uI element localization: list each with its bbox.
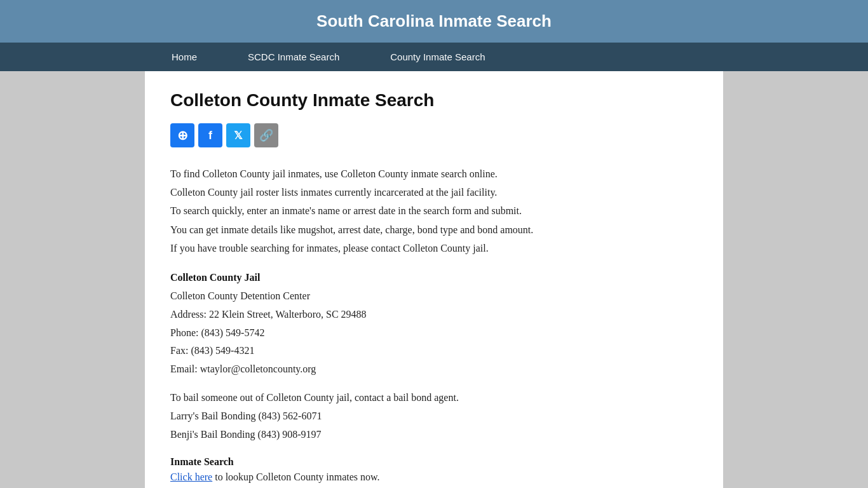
desc-line2: Colleton County jail roster lists inmate… — [170, 184, 698, 201]
inmate-search-text: Click here to lookup Colleton County inm… — [170, 471, 698, 483]
desc-line1: To find Colleton County jail inmates, us… — [170, 165, 698, 182]
site-title: South Carolina Inmate Search — [316, 11, 552, 30]
twitter-button[interactable]: 𝕏 — [226, 123, 250, 147]
jail-fax: Fax: (843) 549-4321 — [170, 342, 698, 360]
jail-address: Address: 22 Klein Street, Walterboro, SC… — [170, 306, 698, 324]
desc-line5: If you have trouble searching for inmate… — [170, 240, 698, 257]
jail-phone: Phone: (843) 549-5742 — [170, 324, 698, 342]
description: To find Colleton County jail inmates, us… — [170, 165, 698, 257]
content-wrapper: Colleton County Inmate Search ⊕ f 𝕏 🔗 To… — [145, 71, 723, 488]
desc-line3: To search quickly, enter an inmate's nam… — [170, 202, 698, 219]
inmate-search-suffix: to lookup Colleton County inmates now. — [212, 471, 379, 482]
share-button[interactable]: ⊕ — [170, 123, 194, 147]
facebook-button[interactable]: f — [198, 123, 222, 147]
copy-link-button[interactable]: 🔗 — [254, 123, 278, 147]
bail-agent2: Benji's Bail Bonding (843) 908-9197 — [170, 426, 698, 444]
jail-email: Email: wtaylor@colletoncounty.org — [170, 360, 698, 379]
bail-info: To bail someone out of Colleton County j… — [170, 389, 698, 444]
jail-name: Colleton County Detention Center — [170, 287, 698, 306]
nav-scdc[interactable]: SCDC Inmate Search — [222, 43, 365, 71]
jail-section: Colleton County Jail Colleton County Det… — [170, 272, 698, 379]
desc-line4: You can get inmate details like mugshot,… — [170, 221, 698, 238]
jail-heading: Colleton County Jail — [170, 272, 698, 283]
inmate-search-section: Inmate Search Click here to lookup Colle… — [170, 456, 698, 483]
inmate-search-heading: Inmate Search — [170, 456, 698, 468]
bail-agent1: Larry's Bail Bonding (843) 562-6071 — [170, 407, 698, 426]
bail-intro: To bail someone out of Colleton County j… — [170, 389, 698, 407]
click-here-link[interactable]: Click here — [170, 471, 212, 482]
bail-section: To bail someone out of Colleton County j… — [170, 389, 698, 444]
jail-info: Colleton County Detention Center Address… — [170, 287, 698, 379]
nav-county[interactable]: County Inmate Search — [365, 43, 510, 71]
main-nav: Home SCDC Inmate Search County Inmate Se… — [0, 43, 868, 71]
page-title: Colleton County Inmate Search — [170, 90, 698, 111]
nav-home[interactable]: Home — [146, 43, 222, 71]
social-share: ⊕ f 𝕏 🔗 — [170, 123, 698, 147]
site-header: South Carolina Inmate Search — [0, 0, 868, 43]
